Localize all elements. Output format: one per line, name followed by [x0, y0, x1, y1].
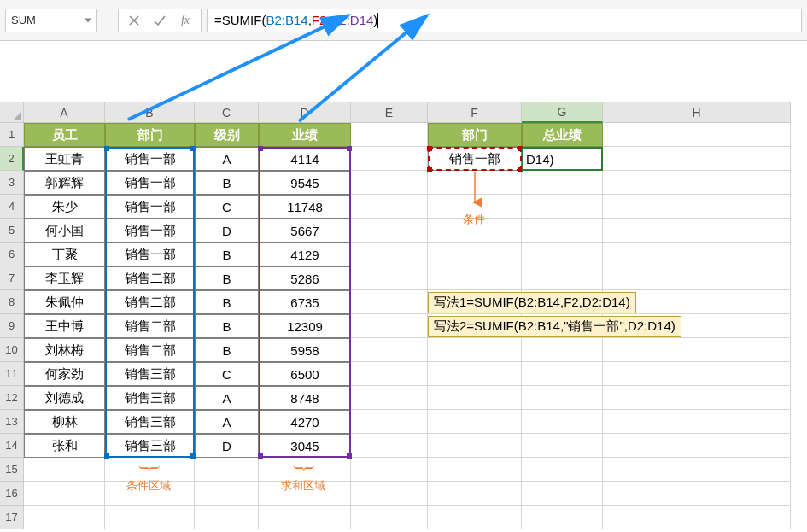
cell-G13[interactable] [522, 410, 603, 434]
cell-A10[interactable]: 刘林梅 [24, 338, 105, 362]
cell-F15[interactable] [428, 458, 522, 482]
cell-G2[interactable]: D14) [522, 147, 603, 171]
cell-B10[interactable]: 销售二部 [105, 338, 195, 362]
cell-B14[interactable]: 销售三部 [105, 434, 195, 458]
cell-A8[interactable]: 朱佩仲 [24, 290, 105, 314]
cell-A5[interactable]: 何小国 [24, 219, 105, 243]
cell-H15[interactable] [603, 458, 791, 482]
cell-D10[interactable]: 5958 [259, 338, 351, 362]
row-header-9[interactable]: 9 [0, 314, 24, 338]
col-header-A[interactable]: A [24, 102, 105, 123]
cell-B12[interactable]: 销售三部 [105, 386, 195, 410]
cell-B7[interactable]: 销售二部 [105, 266, 195, 290]
row-header-12[interactable]: 12 [0, 386, 24, 410]
fx-icon[interactable]: fx [173, 10, 197, 31]
cell-E10[interactable] [351, 338, 428, 362]
col-header-H[interactable]: H [603, 102, 791, 123]
cancel-icon[interactable] [122, 10, 146, 31]
cell-D2[interactable]: 4114 [259, 147, 351, 171]
cell-F1[interactable]: 部门 [428, 123, 522, 147]
cell-B9[interactable]: 销售二部 [105, 314, 195, 338]
cell-B8[interactable]: 销售二部 [105, 290, 195, 314]
formula-input[interactable]: =SUMIF(B2:B14,F2,D2:D14) [207, 9, 802, 32]
cell-D1[interactable]: 业绩 [259, 123, 351, 147]
cell-C4[interactable]: C [195, 195, 259, 219]
cell-F4[interactable] [428, 195, 522, 219]
cell-H6[interactable] [603, 243, 791, 266]
cell-C14[interactable]: D [195, 434, 259, 458]
cell-D15[interactable] [259, 458, 351, 482]
cell-C6[interactable]: B [195, 243, 259, 266]
cell-E17[interactable] [351, 506, 428, 529]
cell-G16[interactable] [522, 482, 603, 506]
cell-E4[interactable] [351, 195, 428, 219]
cell-E14[interactable] [351, 434, 428, 458]
cell-H17[interactable] [603, 506, 791, 529]
cell-G7[interactable] [522, 266, 603, 290]
cell-F3[interactable] [428, 171, 522, 195]
col-header-D[interactable]: D [259, 102, 351, 123]
col-header-G[interactable]: G [522, 102, 603, 123]
cell-A2[interactable]: 王虹青 [24, 147, 105, 171]
cell-H7[interactable] [603, 266, 791, 290]
col-header-F[interactable]: F [428, 102, 522, 123]
cell-A4[interactable]: 朱少 [24, 195, 105, 219]
cell-D6[interactable]: 4129 [259, 243, 351, 266]
cell-G5[interactable] [522, 219, 603, 243]
cell-H11[interactable] [603, 362, 791, 386]
cell-F16[interactable] [428, 482, 522, 506]
cell-G10[interactable] [522, 338, 603, 362]
row-header-17[interactable]: 17 [0, 506, 24, 529]
cell-D5[interactable]: 5667 [259, 219, 351, 243]
cell-B5[interactable]: 销售一部 [105, 219, 195, 243]
row-header-2[interactable]: 2 [0, 147, 24, 171]
cell-H14[interactable] [603, 434, 791, 458]
cell-D17[interactable] [259, 506, 351, 529]
row-header-16[interactable]: 16 [0, 482, 24, 506]
cell-H1[interactable] [603, 123, 791, 147]
cell-E3[interactable] [351, 171, 428, 195]
cell-H12[interactable] [603, 386, 791, 410]
cell-D3[interactable]: 9545 [259, 171, 351, 195]
cell-B11[interactable]: 销售三部 [105, 362, 195, 386]
row-header-3[interactable]: 3 [0, 171, 24, 195]
row-header-8[interactable]: 8 [0, 290, 24, 314]
cell-B6[interactable]: 销售一部 [105, 243, 195, 266]
row-header-11[interactable]: 11 [0, 362, 24, 386]
cell-B17[interactable] [105, 506, 195, 529]
cell-F6[interactable] [428, 243, 522, 266]
cell-A14[interactable]: 张和 [24, 434, 105, 458]
cell-D12[interactable]: 8748 [259, 386, 351, 410]
cell-C12[interactable]: A [195, 386, 259, 410]
cell-H2[interactable] [603, 147, 791, 171]
cell-D11[interactable]: 6500 [259, 362, 351, 386]
row-header-15[interactable]: 15 [0, 458, 24, 482]
cell-E12[interactable] [351, 386, 428, 410]
col-header-E[interactable]: E [351, 102, 428, 123]
cell-F7[interactable] [428, 266, 522, 290]
cell-E1[interactable] [351, 123, 428, 147]
row-header-13[interactable]: 13 [0, 410, 24, 434]
cell-A7[interactable]: 李玉辉 [24, 266, 105, 290]
col-header-C[interactable]: C [195, 102, 259, 123]
cell-H10[interactable] [603, 338, 791, 362]
enter-icon[interactable] [148, 10, 172, 31]
cell-C3[interactable]: B [195, 171, 259, 195]
cell-C13[interactable]: A [195, 410, 259, 434]
cell-B1[interactable]: 部门 [105, 123, 195, 147]
cell-D9[interactable]: 12309 [259, 314, 351, 338]
cell-C11[interactable]: C [195, 362, 259, 386]
cell-E13[interactable] [351, 410, 428, 434]
cell-B15[interactable] [105, 458, 195, 482]
cell-G14[interactable] [522, 434, 603, 458]
cell-C5[interactable]: D [195, 219, 259, 243]
cell-E6[interactable] [351, 243, 428, 266]
name-box[interactable]: SUM [5, 9, 97, 32]
cell-E2[interactable] [351, 147, 428, 171]
cell-H13[interactable] [603, 410, 791, 434]
cell-D8[interactable]: 6735 [259, 290, 351, 314]
cell-C17[interactable] [195, 506, 259, 529]
cell-A11[interactable]: 何家劲 [24, 362, 105, 386]
cell-C16[interactable] [195, 482, 259, 506]
cell-H5[interactable] [603, 219, 791, 243]
